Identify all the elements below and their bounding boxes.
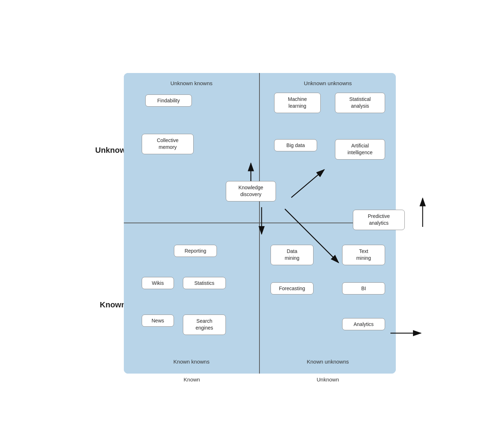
box-search-engines: Search engines [183,315,226,335]
box-analytics: Analytics [342,318,385,330]
box-news: News [142,315,174,327]
box-statistical-analysis: Statistical analysis [335,93,385,113]
box-artificial-intelligence: Artificial intelligence [335,139,385,160]
quadrant-known-knowns: Known knowns Reporting Wikis Statistics … [124,223,260,374]
axis-bottom-unknown: Unknown [260,376,396,383]
box-big-data: Big data [274,139,317,151]
quadrant-tl-label: Unknown knowns [131,80,252,86]
box-data-mining: Data mining [271,245,313,265]
box-bi: BI [342,282,385,294]
quadrant-unknown-unknowns: Unknown unknowns Machine learning Statis… [260,73,396,223]
axis-bottom-known: Known [124,376,260,383]
quadrant-tr-label: Unknown unknowns [267,80,389,86]
quadrant-known-unknowns: Known unknowns Data mining Text mining F… [260,223,396,374]
bottom-labels: Known Unknown [124,376,396,383]
box-predictive-analytics: Predictive analytics [353,210,405,230]
diagram-container: Unknown knowns Findability Collective me… [124,73,396,383]
box-text-mining: Text mining [342,245,385,265]
box-wikis: Wikis [142,277,174,289]
quadrant-br-label: Known unknowns [260,359,396,365]
box-statistics: Statistics [183,277,226,289]
box-knowledge-discovery: Knowledge discovery [226,181,276,201]
box-forecasting: Forecasting [271,282,313,294]
quadrant-bl-label: Known knowns [124,359,259,365]
diagram-wrapper: Unknown Known Unknown knowns Findability… [124,73,396,383]
box-findability: Findability [145,94,192,107]
box-reporting: Reporting [174,245,217,257]
box-machine-learning: Machine learning [274,93,321,113]
box-collective-memory: Collective memory [142,134,194,154]
outer-wrapper: Unknown Known Unknown knowns Findability… [84,62,407,386]
